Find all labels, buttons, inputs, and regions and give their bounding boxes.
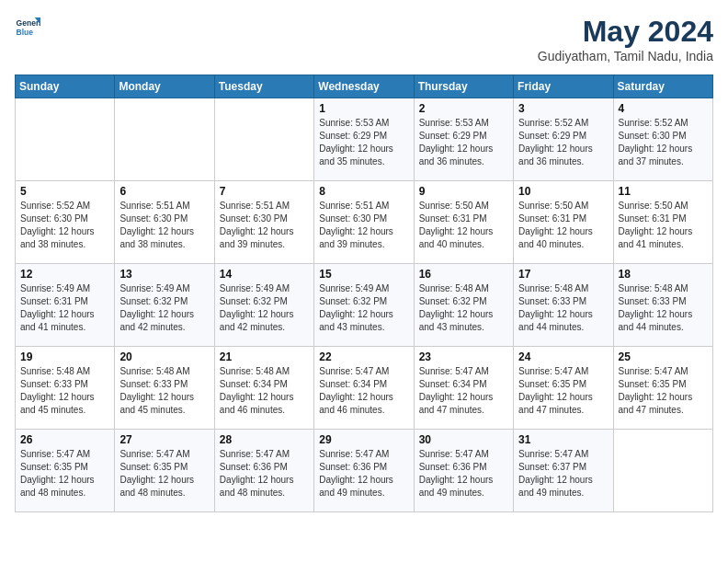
svg-text:General: General <box>17 18 40 28</box>
day-number: 24 <box>518 350 608 363</box>
day-number: 7 <box>220 185 309 198</box>
day-number: 18 <box>619 268 708 281</box>
day-info: Sunrise: 5:47 AM Sunset: 6:36 PM Dayligh… <box>419 448 508 500</box>
calendar-cell: 23Sunrise: 5:47 AM Sunset: 6:34 PM Dayli… <box>414 347 513 430</box>
day-header-tuesday: Tuesday <box>214 75 313 98</box>
day-number: 25 <box>619 350 708 363</box>
day-number: 23 <box>419 350 508 363</box>
calendar-cell: 29Sunrise: 5:47 AM Sunset: 6:36 PM Dayli… <box>314 430 414 512</box>
calendar-cell <box>16 98 115 181</box>
day-info: Sunrise: 5:47 AM Sunset: 6:34 PM Dayligh… <box>319 365 408 417</box>
calendar-cell: 19Sunrise: 5:48 AM Sunset: 6:33 PM Dayli… <box>16 347 115 430</box>
day-info: Sunrise: 5:51 AM Sunset: 6:30 PM Dayligh… <box>319 200 408 251</box>
day-info: Sunrise: 5:47 AM Sunset: 6:36 PM Dayligh… <box>319 448 408 500</box>
logo: General Blue <box>15 15 40 40</box>
calendar-cell: 20Sunrise: 5:48 AM Sunset: 6:33 PM Dayli… <box>115 347 214 430</box>
day-number: 15 <box>319 268 408 281</box>
calendar-cell: 13Sunrise: 5:49 AM Sunset: 6:32 PM Dayli… <box>115 264 214 347</box>
day-number: 12 <box>20 268 109 281</box>
day-info: Sunrise: 5:48 AM Sunset: 6:33 PM Dayligh… <box>518 282 608 334</box>
calendar-table: SundayMondayTuesdayWednesdayThursdayFrid… <box>15 75 713 512</box>
calendar-week-1: 1Sunrise: 5:53 AM Sunset: 6:29 PM Daylig… <box>16 98 713 181</box>
day-info: Sunrise: 5:52 AM Sunset: 6:30 PM Dayligh… <box>20 200 109 251</box>
calendar-cell: 24Sunrise: 5:47 AM Sunset: 6:35 PM Dayli… <box>514 347 613 430</box>
day-info: Sunrise: 5:50 AM Sunset: 6:31 PM Dayligh… <box>419 200 508 251</box>
calendar-cell: 15Sunrise: 5:49 AM Sunset: 6:32 PM Dayli… <box>314 264 414 347</box>
day-number: 13 <box>119 268 209 281</box>
day-number: 2 <box>419 102 508 115</box>
day-number: 30 <box>419 433 508 446</box>
day-info: Sunrise: 5:47 AM Sunset: 6:35 PM Dayligh… <box>518 365 608 417</box>
calendar-cell: 27Sunrise: 5:47 AM Sunset: 6:35 PM Dayli… <box>115 430 214 512</box>
calendar-cell: 22Sunrise: 5:47 AM Sunset: 6:34 PM Dayli… <box>314 347 414 430</box>
day-info: Sunrise: 5:51 AM Sunset: 6:30 PM Dayligh… <box>119 200 209 251</box>
day-info: Sunrise: 5:47 AM Sunset: 6:35 PM Dayligh… <box>619 365 708 417</box>
day-info: Sunrise: 5:51 AM Sunset: 6:30 PM Dayligh… <box>220 200 309 251</box>
svg-text:Blue: Blue <box>17 28 34 37</box>
day-info: Sunrise: 5:47 AM Sunset: 6:34 PM Dayligh… <box>419 365 508 417</box>
day-info: Sunrise: 5:52 AM Sunset: 6:29 PM Dayligh… <box>518 117 608 168</box>
calendar-cell <box>115 98 214 181</box>
calendar-cell: 1Sunrise: 5:53 AM Sunset: 6:29 PM Daylig… <box>314 98 414 181</box>
day-info: Sunrise: 5:47 AM Sunset: 6:35 PM Dayligh… <box>119 448 209 500</box>
calendar-cell: 7Sunrise: 5:51 AM Sunset: 6:30 PM Daylig… <box>214 181 313 264</box>
day-number: 6 <box>119 185 209 198</box>
day-number: 28 <box>220 433 309 446</box>
day-number: 4 <box>619 102 708 115</box>
calendar-cell: 17Sunrise: 5:48 AM Sunset: 6:33 PM Dayli… <box>514 264 613 347</box>
day-number: 3 <box>518 102 608 115</box>
day-header-sunday: Sunday <box>16 75 115 98</box>
calendar-body: 1Sunrise: 5:53 AM Sunset: 6:29 PM Daylig… <box>16 98 713 512</box>
calendar-cell: 25Sunrise: 5:47 AM Sunset: 6:35 PM Dayli… <box>613 347 712 430</box>
day-number: 20 <box>119 350 209 363</box>
day-info: Sunrise: 5:48 AM Sunset: 6:34 PM Dayligh… <box>220 365 309 417</box>
calendar-cell: 6Sunrise: 5:51 AM Sunset: 6:30 PM Daylig… <box>115 181 214 264</box>
calendar-week-2: 5Sunrise: 5:52 AM Sunset: 6:30 PM Daylig… <box>16 181 713 264</box>
day-info: Sunrise: 5:50 AM Sunset: 6:31 PM Dayligh… <box>518 200 608 251</box>
calendar-title: May 2024 <box>538 15 713 49</box>
day-header-monday: Monday <box>115 75 214 98</box>
calendar-cell: 5Sunrise: 5:52 AM Sunset: 6:30 PM Daylig… <box>16 181 115 264</box>
day-number: 31 <box>518 433 608 446</box>
calendar-cell <box>214 98 313 181</box>
logo-icon: General Blue <box>15 15 40 40</box>
day-info: Sunrise: 5:50 AM Sunset: 6:31 PM Dayligh… <box>619 200 708 251</box>
calendar-cell <box>613 430 712 512</box>
day-number: 17 <box>518 268 608 281</box>
calendar-cell: 4Sunrise: 5:52 AM Sunset: 6:30 PM Daylig… <box>613 98 712 181</box>
calendar-week-3: 12Sunrise: 5:49 AM Sunset: 6:31 PM Dayli… <box>16 264 713 347</box>
calendar-cell: 14Sunrise: 5:49 AM Sunset: 6:32 PM Dayli… <box>214 264 313 347</box>
day-info: Sunrise: 5:47 AM Sunset: 6:37 PM Dayligh… <box>518 448 608 500</box>
calendar-cell: 16Sunrise: 5:48 AM Sunset: 6:32 PM Dayli… <box>414 264 513 347</box>
calendar-cell: 12Sunrise: 5:49 AM Sunset: 6:31 PM Dayli… <box>16 264 115 347</box>
day-info: Sunrise: 5:49 AM Sunset: 6:32 PM Dayligh… <box>119 282 209 334</box>
calendar-cell: 8Sunrise: 5:51 AM Sunset: 6:30 PM Daylig… <box>314 181 414 264</box>
calendar-cell: 11Sunrise: 5:50 AM Sunset: 6:31 PM Dayli… <box>613 181 712 264</box>
calendar-week-5: 26Sunrise: 5:47 AM Sunset: 6:35 PM Dayli… <box>16 430 713 512</box>
calendar-cell: 30Sunrise: 5:47 AM Sunset: 6:36 PM Dayli… <box>414 430 513 512</box>
day-header-saturday: Saturday <box>613 75 712 98</box>
day-number: 14 <box>220 268 309 281</box>
calendar-cell: 10Sunrise: 5:50 AM Sunset: 6:31 PM Dayli… <box>514 181 613 264</box>
day-info: Sunrise: 5:48 AM Sunset: 6:33 PM Dayligh… <box>119 365 209 417</box>
day-info: Sunrise: 5:48 AM Sunset: 6:33 PM Dayligh… <box>20 365 109 417</box>
day-number: 19 <box>20 350 109 363</box>
calendar-cell: 18Sunrise: 5:48 AM Sunset: 6:33 PM Dayli… <box>613 264 712 347</box>
day-number: 16 <box>419 268 508 281</box>
calendar-cell: 28Sunrise: 5:47 AM Sunset: 6:36 PM Dayli… <box>214 430 313 512</box>
day-number: 11 <box>619 185 708 198</box>
day-info: Sunrise: 5:49 AM Sunset: 6:32 PM Dayligh… <box>319 282 408 334</box>
calendar-cell: 31Sunrise: 5:47 AM Sunset: 6:37 PM Dayli… <box>514 430 613 512</box>
day-info: Sunrise: 5:49 AM Sunset: 6:32 PM Dayligh… <box>220 282 309 334</box>
calendar-cell: 26Sunrise: 5:47 AM Sunset: 6:35 PM Dayli… <box>16 430 115 512</box>
day-info: Sunrise: 5:53 AM Sunset: 6:29 PM Dayligh… <box>419 117 508 168</box>
calendar-cell: 3Sunrise: 5:52 AM Sunset: 6:29 PM Daylig… <box>514 98 613 181</box>
day-number: 5 <box>20 185 109 198</box>
day-header-friday: Friday <box>514 75 613 98</box>
day-info: Sunrise: 5:49 AM Sunset: 6:31 PM Dayligh… <box>20 282 109 334</box>
day-info: Sunrise: 5:47 AM Sunset: 6:35 PM Dayligh… <box>20 448 109 500</box>
day-number: 8 <box>319 185 408 198</box>
calendar-subtitle: Gudiyatham, Tamil Nadu, India <box>538 49 713 63</box>
calendar-header-row: SundayMondayTuesdayWednesdayThursdayFrid… <box>16 75 713 98</box>
day-info: Sunrise: 5:52 AM Sunset: 6:30 PM Dayligh… <box>619 117 708 168</box>
